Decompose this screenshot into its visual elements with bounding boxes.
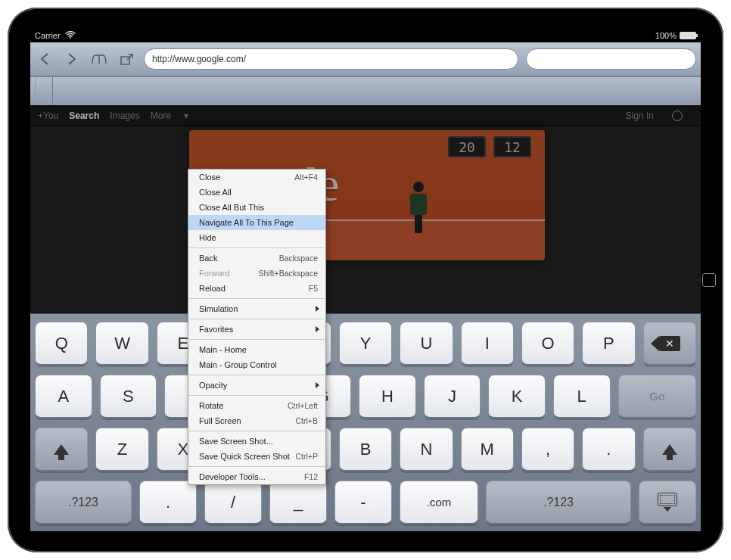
- home-button-icon: [702, 273, 716, 287]
- tab-bar: [30, 76, 701, 105]
- key-y[interactable]: Y: [339, 322, 392, 366]
- hide-keyboard-icon: [658, 493, 677, 512]
- key-underscore[interactable]: _: [269, 481, 327, 524]
- key-k[interactable]: K: [488, 375, 546, 418]
- gbar-search[interactable]: Search: [69, 110, 99, 121]
- key-m[interactable]: M: [461, 428, 514, 471]
- key-slash[interactable]: /: [204, 481, 262, 524]
- key-z[interactable]: Z: [95, 428, 148, 471]
- menu-close-all-but[interactable]: Close All But This: [188, 200, 325, 215]
- svg-point-0: [70, 37, 71, 39]
- menu-save-screenshot[interactable]: Save Screen Shot...: [188, 434, 325, 449]
- key-shift-left[interactable]: [35, 428, 88, 471]
- menu-fullscreen[interactable]: Full ScreenCtrl+B: [188, 413, 325, 428]
- url-text: http://www.google.com/: [152, 54, 246, 64]
- bookmarks-button[interactable]: [89, 49, 109, 69]
- key-mode-right[interactable]: .?123: [486, 481, 631, 524]
- back-button[interactable]: [35, 49, 54, 69]
- key-backspace[interactable]: ✕: [643, 322, 696, 366]
- shift-icon: [662, 444, 677, 455]
- key-row-2: A S D F G H J K L Go: [35, 375, 696, 418]
- key-row-3: Z X C V B N M , .: [35, 428, 696, 471]
- tab-overflow[interactable]: [35, 77, 53, 106]
- keyboard: Q W E R T Y U I O P ✕ A S D F G H J K: [30, 313, 701, 531]
- menu-dev-tools[interactable]: Developer Tools...F12: [188, 469, 325, 484]
- key-b[interactable]: B: [339, 428, 392, 471]
- safari-toolbar: http://www.google.com/: [30, 42, 701, 76]
- gbar-more[interactable]: More ▾: [151, 110, 200, 121]
- menu-main-home[interactable]: Main - Home: [188, 342, 325, 357]
- key-l[interactable]: L: [553, 375, 611, 418]
- key-period[interactable]: .: [582, 428, 635, 471]
- key-row-4: .?123 . / _ - .com .?123: [35, 481, 696, 524]
- share-button[interactable]: [117, 49, 136, 69]
- menu-opacity[interactable]: Opacity: [188, 378, 325, 393]
- context-menu: CloseAlt+F4 Close All Close All But This…: [188, 169, 326, 485]
- key-o[interactable]: O: [521, 322, 574, 366]
- key-p[interactable]: P: [582, 322, 635, 366]
- menu-reload[interactable]: ReloadF5: [188, 281, 325, 296]
- menu-rotate[interactable]: RotateCtrl+Left: [188, 398, 325, 413]
- key-i[interactable]: I: [461, 322, 514, 366]
- gbar-plus-you[interactable]: +You: [38, 110, 58, 121]
- key-s[interactable]: S: [100, 375, 157, 418]
- screen: Carrier 100%: [30, 29, 701, 531]
- menu-simulation[interactable]: Simulation: [188, 301, 325, 316]
- svg-rect-1: [121, 57, 129, 64]
- gear-icon[interactable]: [672, 110, 683, 121]
- backspace-icon: ✕: [659, 336, 680, 351]
- status-bar: Carrier 100%: [30, 29, 701, 42]
- key-period-2[interactable]: .: [139, 481, 197, 524]
- key-w[interactable]: W: [95, 322, 148, 366]
- wifi-icon: [65, 31, 76, 40]
- key-mode-left[interactable]: .?123: [35, 481, 132, 524]
- menu-forward: ForwardShift+Backspace: [188, 266, 325, 281]
- key-a[interactable]: A: [35, 375, 92, 418]
- page-content: 20 12 Google: [30, 126, 701, 316]
- gbar-signin[interactable]: Sign In: [626, 110, 654, 121]
- key-h[interactable]: H: [359, 375, 416, 418]
- key-row-1: Q W E R T Y U I O P ✕: [35, 322, 696, 366]
- menu-navigate-all[interactable]: Navigate All To This Page: [188, 215, 325, 230]
- key-n[interactable]: N: [400, 428, 453, 471]
- forward-button[interactable]: [62, 49, 82, 69]
- key-u[interactable]: U: [400, 322, 453, 366]
- menu-main-group[interactable]: Main - Group Control: [188, 357, 325, 372]
- key-shift-right[interactable]: [643, 428, 696, 471]
- key-q[interactable]: Q: [35, 322, 88, 366]
- carrier-label: Carrier: [35, 31, 61, 40]
- search-box[interactable]: [526, 48, 696, 70]
- battery-icon: [680, 32, 696, 39]
- gbar-images[interactable]: Images: [110, 110, 139, 121]
- tablet-frame: Carrier 100%: [8, 8, 723, 552]
- battery-percent-label: 100%: [655, 31, 677, 40]
- menu-close-all[interactable]: Close All: [188, 185, 325, 200]
- menu-back[interactable]: BackBackspace: [188, 250, 325, 266]
- key-comma[interactable]: ,: [521, 428, 574, 471]
- key-dash[interactable]: -: [334, 481, 392, 524]
- key-j[interactable]: J: [424, 375, 481, 418]
- google-bar: +You Search Images More ▾ Sign In: [30, 105, 701, 126]
- chevron-down-icon: ▾: [184, 110, 188, 121]
- menu-favorites[interactable]: Favorites: [188, 322, 325, 337]
- menu-hide[interactable]: Hide: [188, 230, 325, 245]
- key-go[interactable]: Go: [618, 375, 696, 418]
- key-hide-keyboard[interactable]: [639, 481, 696, 524]
- menu-close[interactable]: CloseAlt+F4: [188, 170, 325, 185]
- menu-save-quick-screenshot[interactable]: Save Quick Screen ShotCtrl+P: [188, 449, 325, 464]
- address-bar[interactable]: http://www.google.com/: [144, 48, 518, 70]
- shift-icon: [54, 444, 69, 455]
- key-dotcom[interactable]: .com: [400, 481, 478, 524]
